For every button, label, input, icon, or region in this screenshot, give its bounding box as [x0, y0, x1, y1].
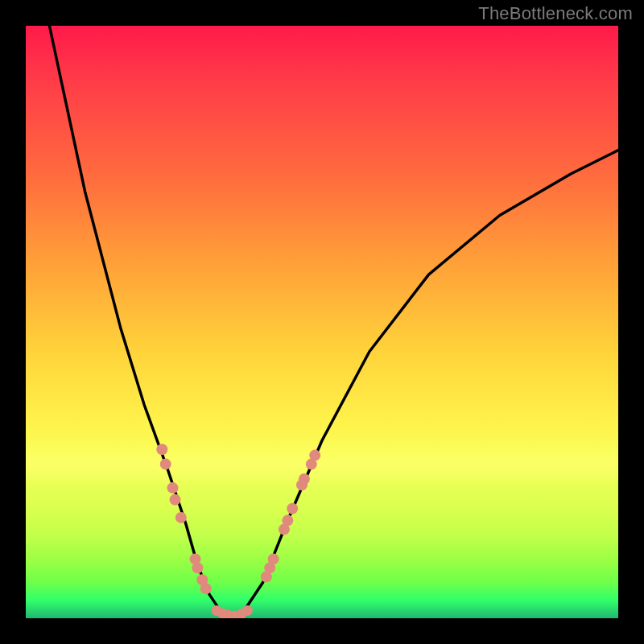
curve-marker: [299, 473, 310, 485]
bottleneck-curve: [49, 26, 618, 617]
curve-marker: [156, 444, 167, 455]
curve-marker: [309, 450, 320, 461]
curve-marker: [175, 512, 187, 523]
curve-marker: [287, 503, 298, 514]
curve-marker: [160, 459, 171, 470]
curve-marker: [200, 583, 212, 594]
plot-area: [26, 26, 618, 618]
bottleneck-curve-svg: [26, 26, 618, 618]
watermark-text: TheBottleneck.com: [478, 3, 633, 24]
curve-marker: [268, 553, 279, 564]
curve-marker: [167, 482, 179, 493]
curve-marker: [282, 515, 293, 526]
chart-frame: TheBottleneck.com: [0, 0, 644, 644]
curve-marker: [192, 562, 203, 573]
curve-marker: [170, 494, 181, 506]
curve-markers: [156, 444, 320, 618]
curve-marker: [242, 605, 253, 616]
